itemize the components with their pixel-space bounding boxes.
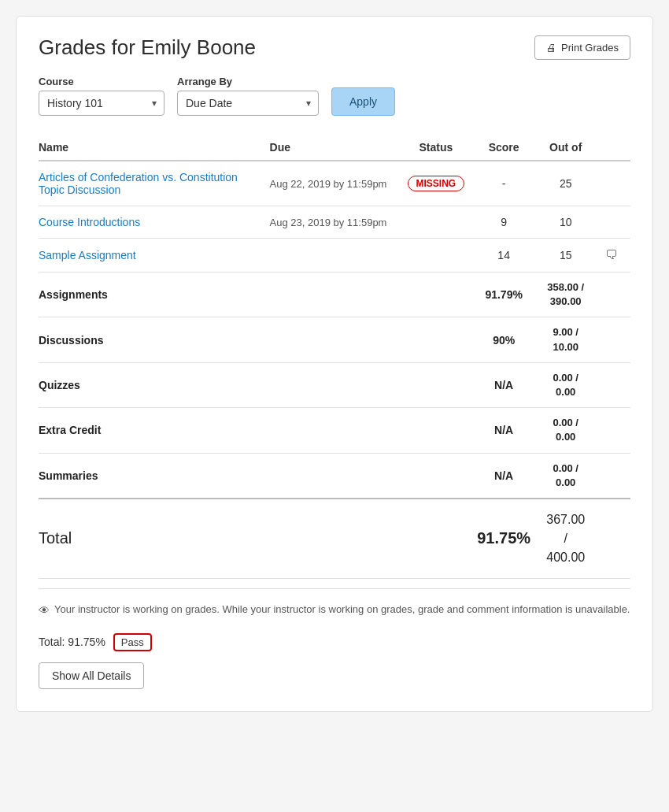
score-cell: 14	[476, 239, 539, 273]
total-outof: 367.00 / 400.00	[539, 499, 600, 579]
outof-cell: 10	[539, 206, 600, 239]
due-date: Aug 22, 2019 by 11:59pm	[270, 161, 404, 206]
arrange-select[interactable]: Due Date	[177, 91, 319, 116]
group-row: SummariesN/A0.00 / 0.00	[39, 453, 630, 499]
group-outof: 0.00 / 0.00	[539, 408, 600, 453]
group-due	[270, 273, 404, 317]
page-title: Grades for Emily Boone	[39, 35, 256, 60]
group-status	[404, 362, 477, 407]
group-score: N/A	[476, 362, 539, 407]
grades-table: Name Due Status Score Out of Articles of…	[39, 135, 630, 579]
pass-badge: Pass	[113, 633, 152, 651]
total-score: 91.75%	[476, 499, 539, 579]
group-score: 91.79%	[476, 273, 539, 317]
table-header-row: Name Due Status Score Out of	[39, 135, 630, 161]
group-due	[270, 453, 404, 499]
comment-icon: 🗨	[605, 248, 618, 261]
group-status	[404, 273, 477, 317]
group-icon	[600, 317, 630, 362]
group-score: N/A	[476, 408, 539, 453]
grades-card: Grades for Emily Boone 🖨 Print Grades Co…	[16, 16, 653, 712]
group-status	[404, 453, 477, 499]
printer-icon: 🖨	[546, 42, 556, 54]
arrange-select-wrapper: Due Date	[177, 91, 319, 116]
notice-text: Your instructor is working on grades. Wh…	[54, 602, 630, 617]
group-name: Extra Credit	[39, 408, 270, 453]
status-cell	[404, 206, 477, 239]
group-due	[270, 317, 404, 362]
group-due	[270, 362, 404, 407]
course-select[interactable]: History 101	[39, 91, 164, 116]
course-label: Course	[39, 76, 164, 87]
table-row: Course IntroductionsAug 23, 2019 by 11:5…	[39, 206, 630, 239]
group-score: N/A	[476, 453, 539, 499]
total-status	[404, 499, 477, 579]
table-row: Articles of Confederation vs. Constituti…	[39, 161, 630, 206]
group-due	[270, 408, 404, 453]
assignment-link[interactable]: Sample Assignment	[39, 249, 136, 261]
group-outof: 0.00 / 0.00	[539, 362, 600, 407]
arrange-label: Arrange By	[177, 76, 319, 87]
header-icon	[600, 135, 630, 161]
group-row: Assignments91.79%358.00 / 390.00	[39, 273, 630, 317]
due-date	[270, 239, 404, 273]
status-cell: MISSING	[404, 161, 477, 206]
group-name: Discussions	[39, 317, 270, 362]
group-icon	[600, 453, 630, 499]
filters-bar: Course History 101 Arrange By Due Date A…	[39, 76, 630, 116]
group-icon	[600, 362, 630, 407]
course-select-wrapper: History 101	[39, 91, 164, 116]
group-status	[404, 317, 477, 362]
group-outof: 0.00 / 0.00	[539, 453, 600, 499]
icon-cell	[600, 206, 630, 239]
footer-notice: 👁 Your instructor is working on grades. …	[39, 602, 630, 619]
header-name: Name	[39, 135, 270, 161]
missing-badge: MISSING	[408, 176, 465, 191]
outof-cell: 25	[539, 161, 600, 206]
group-name: Summaries	[39, 453, 270, 499]
table-row: Sample Assignment1415🗨	[39, 239, 630, 273]
group-status	[404, 408, 477, 453]
print-grades-button[interactable]: 🖨 Print Grades	[534, 35, 630, 60]
arrange-filter-group: Arrange By Due Date	[177, 76, 319, 116]
total-text: Total: 91.75%	[39, 636, 105, 648]
group-row: Discussions90%9.00 / 10.00	[39, 317, 630, 362]
footer-divider	[39, 588, 630, 589]
group-row: Extra CreditN/A0.00 / 0.00	[39, 408, 630, 453]
course-filter-group: Course History 101	[39, 76, 164, 116]
icon-cell	[600, 161, 630, 206]
header-score: Score	[476, 135, 539, 161]
total-summary: Total: 91.75% Pass	[39, 633, 630, 651]
total-row: Total91.75%367.00 / 400.00	[39, 499, 630, 579]
group-outof: 9.00 / 10.00	[539, 317, 600, 362]
total-icon	[600, 499, 630, 579]
total-due	[270, 499, 404, 579]
assignment-link[interactable]: Articles of Confederation vs. Constituti…	[39, 171, 238, 196]
score-cell: -	[476, 161, 539, 206]
assignment-link[interactable]: Course Introductions	[39, 216, 140, 228]
group-outof: 358.00 / 390.00	[539, 273, 600, 317]
status-cell	[404, 239, 477, 273]
icon-cell: 🗨	[600, 239, 630, 273]
header-status: Status	[404, 135, 477, 161]
group-row: QuizzesN/A0.00 / 0.00	[39, 362, 630, 407]
due-date: Aug 23, 2019 by 11:59pm	[270, 206, 404, 239]
total-label: Total	[39, 499, 270, 579]
apply-button[interactable]: Apply	[331, 87, 395, 116]
eye-icon: 👁	[39, 603, 50, 619]
page-header: Grades for Emily Boone 🖨 Print Grades	[39, 35, 630, 60]
group-icon	[600, 408, 630, 453]
group-name: Assignments	[39, 273, 270, 317]
outof-cell: 15	[539, 239, 600, 273]
group-icon	[600, 273, 630, 317]
score-cell: 9	[476, 206, 539, 239]
header-outof: Out of	[539, 135, 600, 161]
group-name: Quizzes	[39, 362, 270, 407]
show-all-details-button[interactable]: Show All Details	[39, 662, 144, 689]
group-score: 90%	[476, 317, 539, 362]
header-due: Due	[270, 135, 404, 161]
